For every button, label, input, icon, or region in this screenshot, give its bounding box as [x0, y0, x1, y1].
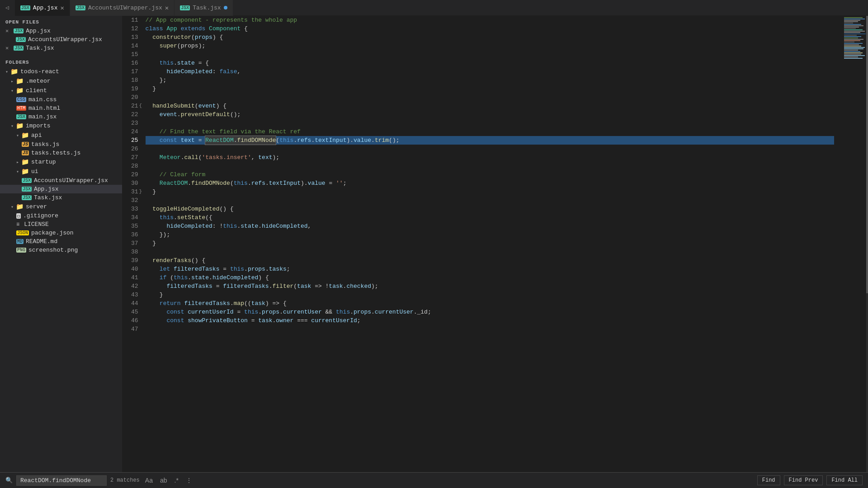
- file-type-icon: JSX: [16, 37, 26, 42]
- minimap: [843, 16, 868, 478]
- code-line-34: this.setState({: [146, 213, 834, 222]
- open-file-accounts-ui-wrapper[interactable]: JSX AccountsUIWrapper.jsx: [0, 35, 122, 44]
- regex-btn[interactable]: .*: [173, 476, 180, 485]
- code-token: [184, 308, 188, 316]
- code-line-24: // Find the text field via the React ref: [146, 127, 834, 136]
- code-token: (: [195, 102, 198, 110]
- minimap-content: [843, 16, 868, 60]
- code-token: class: [146, 24, 163, 33]
- line-num: 37: [131, 239, 138, 248]
- minimap-line: [844, 43, 863, 44]
- code-token: this: [244, 308, 258, 316]
- file-task-jsx-tree[interactable]: JSX Task.jsx: [0, 193, 122, 202]
- chevron-down-icon: ▾: [11, 88, 14, 94]
- find-input[interactable]: [16, 475, 107, 486]
- line-num: 33: [131, 205, 138, 213]
- code-line-15: [146, 50, 834, 59]
- tab-app-jsx[interactable]: JSX App.jsx ✕: [15, 0, 70, 16]
- code-token: props: [248, 265, 265, 273]
- code-token: task: [297, 282, 311, 291]
- find-prev-button[interactable]: Find Prev: [784, 475, 823, 485]
- code-token: ();: [230, 110, 241, 119]
- tab-bar: ◁ JSX App.jsx ✕ JSX AccountsUIWrapper.js…: [0, 0, 868, 16]
- code-token: .: [209, 273, 212, 282]
- code-token: findDOMNode: [191, 179, 230, 188]
- code-token: map: [234, 299, 244, 308]
- file-accounts-ui-wrapper-jsx[interactable]: JSX AccountsUIWrapper.jsx: [0, 176, 122, 185]
- code-token: extends: [181, 24, 206, 33]
- case-sensitive-btn[interactable]: Aa: [143, 476, 155, 485]
- file-package-json[interactable]: JSON package.json: [0, 229, 122, 237]
- code-token: // App component - represents the whole …: [146, 16, 297, 24]
- file-type-icon: JSX: [14, 28, 24, 33]
- folder-startup[interactable]: ▸ 📁 startup: [0, 157, 122, 167]
- folder-todos-react[interactable]: ▾ 📁 todos-react: [0, 67, 122, 76]
- code-line-38: [146, 248, 834, 256]
- code-token: [177, 24, 181, 33]
- file-type-icon: JSX: [22, 195, 32, 200]
- code-token: currentUser: [375, 308, 414, 316]
- folder-ui[interactable]: ▾ 📁 ui: [0, 167, 122, 176]
- code-token: [146, 127, 160, 136]
- code-token: (props);: [177, 42, 205, 50]
- expand-btn[interactable]: ⋮: [184, 476, 194, 485]
- folder-server[interactable]: ▾ 📁 server: [0, 202, 122, 211]
- file-main-html[interactable]: HTM main.html: [0, 104, 122, 113]
- open-file-task-jsx[interactable]: ✕ JSX Task.jsx: [0, 44, 122, 52]
- folder-icon: 📁: [16, 122, 24, 130]
- folder-api[interactable]: ▾ 📁 api: [0, 131, 122, 140]
- file-app-jsx-tree[interactable]: JSX App.jsx: [0, 185, 122, 193]
- tab-close-btn[interactable]: ✕: [165, 4, 169, 12]
- code-token: hideCompleted: [166, 67, 212, 76]
- minimap-scrollbar-thumb[interactable]: [866, 16, 868, 293]
- code-line-41: if (this.state.hideCompleted) {: [146, 273, 834, 282]
- code-line-30: ReactDOM.findDOMNode(this.refs.textInput…: [146, 179, 834, 188]
- minimap-line: [844, 20, 860, 21]
- file-tasks-tests-js[interactable]: JS tasks.tests.js: [0, 149, 122, 157]
- code-token: [163, 24, 167, 33]
- minimap-line: [844, 23, 853, 23]
- code-token: const: [166, 308, 184, 316]
- find-icon[interactable]: 🔍: [5, 477, 13, 484]
- file-license[interactable]: ≡ LICENSE: [0, 220, 122, 229]
- file-tasks-js[interactable]: JS tasks.js: [0, 140, 122, 149]
- code-token: ;: [287, 265, 290, 273]
- main-layout: OPEN FILES ✕ JSX App.jsx JSX AccountsUIW…: [0, 16, 868, 478]
- open-file-app-jsx[interactable]: ✕ JSX App.jsx: [0, 27, 122, 35]
- tab-task-jsx[interactable]: JSX Task.jsx: [175, 0, 233, 16]
- code-line-25: const text = ReactDOM.findDOMNode(this.r…: [146, 136, 834, 145]
- minimap-line: [844, 44, 859, 45]
- code-token: ) {: [212, 33, 223, 42]
- line-num: 26: [131, 145, 138, 153]
- minimap-line: [844, 17, 863, 18]
- code-token: :: [212, 67, 220, 76]
- line-num: 40: [131, 265, 138, 273]
- code-token: value: [354, 136, 371, 145]
- code-editor[interactable]: 11 12 13 14 15 16 17 18 19 20 21 22 23 2…: [122, 16, 843, 478]
- close-icon[interactable]: ✕: [5, 45, 9, 52]
- file-screenshot-png[interactable]: PNG screenshot.png: [0, 246, 122, 254]
- code-token: .: [188, 273, 191, 282]
- code-token: props: [354, 308, 371, 316]
- close-icon[interactable]: ✕: [5, 28, 9, 34]
- code-token: .: [230, 299, 234, 308]
- code-token: [146, 33, 153, 42]
- file-main-css[interactable]: CSS main.css: [0, 95, 122, 104]
- file-gitignore[interactable]: ◻ .gitignore: [0, 211, 122, 220]
- file-readme-md[interactable]: MD README.md: [0, 237, 122, 246]
- find-all-button[interactable]: Find All: [826, 475, 863, 485]
- tab-accounts-ui-wrapper[interactable]: JSX AccountsUIWrapper.jsx ✕: [70, 0, 175, 16]
- file-main-jsx[interactable]: JSX main.jsx: [0, 113, 122, 121]
- whole-word-btn[interactable]: ab: [158, 476, 169, 485]
- minimap-line: [844, 39, 863, 40]
- folder-client[interactable]: ▾ 📁 client: [0, 86, 122, 95]
- find-button[interactable]: Find: [757, 475, 780, 485]
- folder-imports[interactable]: ▾ 📁 imports: [0, 121, 122, 131]
- tab-close-btn[interactable]: ✕: [60, 4, 64, 12]
- code-token: return: [160, 299, 181, 308]
- code-line-33: toggleHideCompleted() {: [146, 205, 834, 213]
- code-token: ReactDOM.findDOMNode: [205, 136, 276, 145]
- split-view-btn[interactable]: ◁: [0, 0, 15, 16]
- folder-meteor[interactable]: ▸ 📁 .meteor: [0, 76, 122, 86]
- code-token: ,: [308, 222, 311, 230]
